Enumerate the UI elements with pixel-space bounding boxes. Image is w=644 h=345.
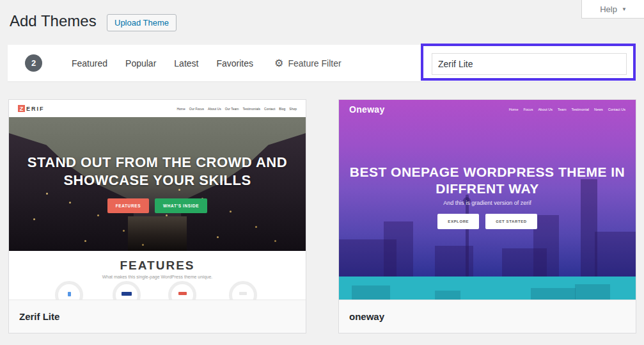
canal (128, 216, 187, 251)
oneway-subtitle: And this is gradient version of zerif (339, 200, 636, 206)
skyline-building (595, 232, 636, 277)
page-title: Add Themes (10, 12, 97, 30)
teal-building (435, 291, 460, 300)
theme-name: Zerif Lite (19, 311, 59, 322)
theme-card-zerif-lite[interactable]: Z ERIF Home Our Focus About Us Our Team … (8, 99, 306, 333)
city-buildings-left (9, 133, 134, 251)
zerif-card-footer: Zerif Lite (9, 300, 306, 333)
zerif-hero-buttons: FEATURES WHAT'S INSIDE (9, 198, 306, 213)
chevron-down-icon: ▼ (622, 6, 627, 12)
zerif-headline: STAND OUT FROM THE CROWD AND SHOWCASE YO… (9, 154, 306, 189)
zerif-preview-nav: Home Our Focus About Us Our Team Testimo… (177, 107, 297, 111)
add-themes-page: Help ▼ Add Themes Upload Theme 2 Feature… (0, 0, 644, 345)
filter-links: Featured Popular Latest Favorites (72, 58, 253, 68)
zerif-screenshot: Z ERIF Home Our Focus About Us Our Team … (9, 100, 306, 300)
oneway-teal-band (339, 277, 636, 300)
teal-building (352, 285, 390, 300)
feature-circle-icon (55, 281, 83, 300)
filter-link-featured[interactable]: Featured (72, 58, 107, 68)
zerif-features-section: FEATURES What makes this single-page Wor… (9, 251, 306, 300)
zerif-features-button: FEATURES (107, 198, 149, 213)
features-section-subtitle: What makes this single-page WordPress th… (9, 275, 306, 279)
oneway-get-started-button: GET STARTED (485, 214, 537, 229)
oneway-logo: Oneway (349, 104, 385, 115)
gear-icon: ⚙ (274, 58, 283, 68)
skyline-spire (466, 195, 469, 277)
oneway-preview-nav: Home Focus About Us Team Testimonial New… (509, 108, 625, 111)
zerif-logo: Z ERIF (18, 105, 45, 112)
filter-link-popular[interactable]: Popular (125, 58, 156, 68)
help-dropdown[interactable]: Help ▼ (581, 0, 644, 19)
oneway-hero-image: Oneway Home Focus About Us Team Testimon… (339, 100, 636, 277)
feature-circle-icon (229, 281, 257, 300)
upload-theme-button[interactable]: Upload Theme (107, 14, 177, 31)
zerif-logo-icon: Z (18, 105, 25, 112)
theme-search-input[interactable] (432, 53, 627, 75)
filter-link-favorites[interactable]: Favorites (216, 58, 253, 68)
street-lights (46, 193, 48, 195)
city-buildings-right (181, 133, 306, 251)
features-section-title: FEATURES (9, 251, 306, 273)
teal-building (531, 288, 576, 300)
oneway-explore-button: EXPLORE (437, 214, 479, 229)
filter-link-latest[interactable]: Latest (174, 58, 198, 68)
feature-circle-icon (168, 281, 196, 300)
oneway-headline: BEST ONEPAGE WORDPRESS THEME IN DIFFRENT… (339, 164, 636, 197)
oneway-screenshot: Oneway Home Focus About Us Team Testimon… (339, 100, 636, 300)
theme-card-oneway[interactable]: Oneway Home Focus About Us Team Testimon… (338, 99, 636, 333)
skyline-building (384, 221, 413, 277)
oneway-hero-buttons: EXPLORE GET STARTED (339, 214, 636, 229)
zerif-whats-inside-button: WHAT'S INSIDE (155, 198, 207, 213)
search-annotation-box (421, 44, 636, 81)
theme-name: oneway (349, 311, 384, 322)
help-label: Help (600, 4, 617, 14)
zerif-hero-image: STAND OUT FROM THE CROWD AND SHOWCASE YO… (9, 117, 306, 251)
zerif-preview-header: Z ERIF Home Our Focus About Us Our Team … (9, 100, 306, 117)
feature-filter-button[interactable]: ⚙ Feature Filter (274, 58, 342, 68)
feature-filter-label: Feature Filter (288, 58, 341, 68)
oneway-card-footer: oneway (339, 300, 636, 333)
oneway-preview-header: Oneway Home Focus About Us Team Testimon… (339, 100, 636, 119)
teal-building (575, 284, 610, 300)
results-count-badge: 2 (25, 54, 42, 72)
feature-circle-icon (113, 281, 141, 300)
